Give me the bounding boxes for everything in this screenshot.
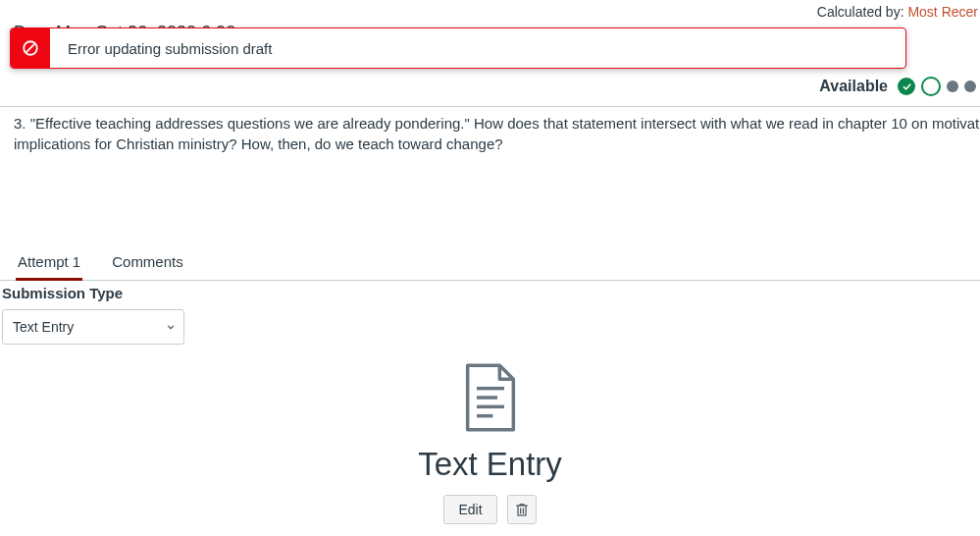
status-pending-icon-2[interactable] [964, 80, 976, 92]
document-icon [461, 363, 520, 432]
text-entry-heading: Text Entry [418, 446, 562, 483]
submission-type-label: Submission Type [2, 285, 184, 301]
error-icon [11, 28, 50, 68]
text-entry-panel: Text Entry Edit [0, 363, 980, 524]
svg-line-1 [26, 44, 34, 52]
status-complete-icon[interactable] [898, 78, 915, 95]
status-row: Available [819, 77, 976, 96]
error-alert: Error updating submission draft [10, 27, 906, 69]
calculated-by-label: Calculated by: [817, 4, 904, 20]
status-label: Available [819, 78, 888, 95]
status-current-icon[interactable] [921, 77, 941, 96]
tab-comments[interactable]: Comments [110, 245, 185, 280]
submission-type-select[interactable]: Text Entry [2, 309, 184, 345]
tab-attempt[interactable]: Attempt 1 [16, 245, 82, 280]
calculated-by: Calculated by: Most Recer [817, 4, 978, 20]
text-entry-actions: Edit [443, 495, 536, 524]
submission-type-section: Submission Type Text Entry [2, 285, 184, 345]
error-message: Error updating submission draft [50, 28, 905, 68]
submission-tabs: Attempt 1 Comments [0, 245, 980, 281]
delete-button[interactable] [507, 495, 537, 524]
edit-button[interactable]: Edit [443, 495, 496, 524]
assignment-description: 3. "Effective teaching addresses questio… [0, 106, 980, 154]
trash-icon [514, 502, 530, 517]
calculated-by-link[interactable]: Most Recer [907, 4, 978, 20]
question-line-2: implications for Christian ministry? How… [14, 134, 966, 154]
question-line-1: 3. "Effective teaching addresses questio… [14, 113, 966, 134]
submission-type-select-wrap: Text Entry [2, 309, 184, 345]
status-pending-icon-1[interactable] [947, 80, 958, 92]
